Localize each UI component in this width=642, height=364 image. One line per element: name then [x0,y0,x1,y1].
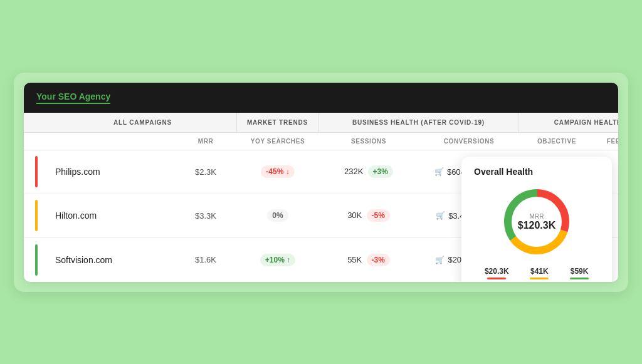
sub-header-mrr: MRR [174,133,237,150]
legend-value-green: $59K [571,267,589,276]
sub-header-conversions: CONVERSIONS [419,133,519,150]
sessions-badge-softvision: -3% [367,254,390,266]
legend-bar-yellow [530,278,549,279]
row-indicator-hilton [24,195,49,236]
sessions-badge-hilton: -5% [367,209,390,222]
yoy-badge-philips: -45% ↓ [261,165,294,178]
sub-header-name [49,133,174,150]
donut-wrapper: MRR $120.3K [499,184,574,259]
row-sessions-philips: 232K +3% [318,160,419,183]
legend-row: $20.3K $41K $59K [474,267,599,279]
legend-item-green: $59K [570,267,589,279]
sub-header-yoy: YOY SEARCHES [237,133,318,150]
row-name-softvision: Softvision.com [49,250,174,270]
row-yoy-philips: -45% ↓ [237,160,318,183]
col-group-campaign-health: CAMPAIGN HEALTH [519,113,618,132]
main-container: Your SEO Agency ALL CAMPAIGNS MARKET TRE… [24,83,618,282]
legend-item-yellow: $41K [530,267,549,279]
sub-header-feedback: FEEDBACK [594,133,618,150]
col-group-all-campaigns: ALL CAMPAIGNS [49,113,237,132]
row-mrr-philips: $2.3K [174,162,237,182]
sessions-badge-philips: +3% [368,165,393,178]
row-indicator-softvision [24,239,49,281]
health-card-title: Overall Health [474,167,599,177]
yoy-badge-hilton: 0% [267,209,288,222]
col-headers-row: ALL CAMPAIGNS MARKET TRENDS BUSINESS HEA… [24,113,618,133]
row-mrr-softvision: $1.6K [174,250,237,269]
legend-value-yellow: $41K [530,267,549,276]
col-sub-headers-row: MRR YOY SEARCHES SESSIONS CONVERSIONS OB… [24,133,618,150]
outer-wrapper: Your SEO Agency ALL CAMPAIGNS MARKET TRE… [14,73,628,292]
cart-icon-philips: 🛒 [434,167,444,176]
donut-container: MRR $120.3K [474,184,599,259]
sub-header-sessions: SESSIONS [318,133,419,150]
legend-bar-green [570,278,589,279]
row-yoy-hilton: 0% [237,204,318,227]
row-sessions-softvision: 55K -3% [318,249,419,271]
row-yoy-softvision: +10% ↑ [237,249,318,271]
row-name-philips: Philips.com [49,162,174,182]
nav-brand: Your SEO Agency [36,91,110,104]
col-group-market-trends: MARKET TRENDS [237,113,318,132]
overall-health-card: Overall Health MRR $120 [461,157,612,282]
col-group-business-health: BUSINESS HEALTH (AFTER COVID-19) [318,113,519,132]
cart-icon-hilton: 🛒 [436,211,445,220]
row-name-hilton: Hilton.com [49,205,174,226]
navbar: Your SEO Agency [24,83,618,113]
cart-icon-softvision: 🛒 [435,256,445,264]
legend-item-red: $20.3K [485,267,509,279]
row-indicator-philips [24,151,49,192]
legend-bar-red [487,278,506,279]
donut-value: $120.3K [518,219,556,231]
donut-label: MRR [518,212,556,219]
sub-header-objective: OBJECTIVE [519,133,594,150]
donut-center: MRR $120.3K [518,212,556,231]
yoy-badge-softvision: +10% ↑ [260,254,295,266]
legend-value-red: $20.3K [485,267,509,276]
row-sessions-hilton: 30K -5% [318,204,419,227]
row-mrr-hilton: $3.3K [174,206,237,226]
